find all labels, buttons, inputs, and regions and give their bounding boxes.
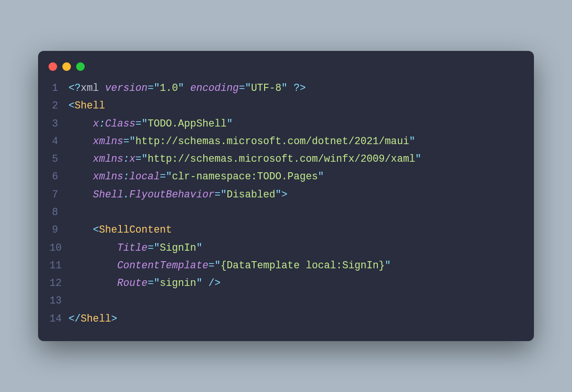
close-icon[interactable]	[49, 62, 57, 71]
code-editor[interactable]: 1 <?xml version="1.0" encoding="UTF-8" ?…	[38, 79, 534, 328]
line-number: 13	[49, 292, 69, 310]
line-content: Route="signin" />	[69, 274, 523, 292]
line-number: 1	[49, 79, 69, 97]
code-line: 13	[49, 292, 523, 310]
code-line: 2 <Shell	[49, 97, 523, 115]
code-line: 6 xmlns:local="clr-namespace:TODO.Pages"	[49, 168, 523, 186]
line-content	[69, 292, 523, 310]
line-content: ContentTemplate="{DataTemplate local:Sig…	[69, 257, 523, 274]
line-content: xmlns:x="http://schemas.microsoft.com/wi…	[69, 150, 523, 168]
line-content	[69, 204, 523, 221]
line-number: 11	[49, 257, 69, 274]
line-content: Title="SignIn"	[69, 239, 523, 257]
window-titlebar	[38, 60, 534, 79]
line-number: 9	[49, 221, 69, 239]
line-content: Shell.FlyoutBehavior="Disabled">	[69, 186, 523, 204]
code-line: 9 <ShellContent	[49, 221, 523, 239]
line-number: 10	[49, 239, 69, 257]
code-line: 8	[49, 204, 523, 221]
code-line: 3 x:Class="TODO.AppShell"	[49, 115, 523, 133]
code-line: 10 Title="SignIn"	[49, 239, 523, 257]
line-content: xmlns="http://schemas.microsoft.com/dotn…	[69, 133, 523, 150]
line-number: 14	[49, 310, 69, 328]
line-number: 7	[49, 186, 69, 204]
code-line: 4 xmlns="http://schemas.microsoft.com/do…	[49, 133, 523, 150]
line-number: 8	[49, 204, 69, 221]
line-content: xmlns:local="clr-namespace:TODO.Pages"	[69, 168, 523, 186]
code-line: 1 <?xml version="1.0" encoding="UTF-8" ?…	[49, 79, 523, 97]
code-line: 5 xmlns:x="http://schemas.microsoft.com/…	[49, 150, 523, 168]
line-content: </Shell>	[69, 310, 523, 328]
line-number: 3	[49, 115, 69, 133]
zoom-icon[interactable]	[76, 62, 85, 71]
code-window: 1 <?xml version="1.0" encoding="UTF-8" ?…	[38, 51, 534, 341]
line-content: <Shell	[69, 97, 523, 115]
minimize-icon[interactable]	[62, 62, 71, 71]
line-content: x:Class="TODO.AppShell"	[69, 115, 523, 133]
line-number: 12	[49, 274, 69, 292]
code-line: 11 ContentTemplate="{DataTemplate local:…	[49, 257, 523, 274]
line-content: <?xml version="1.0" encoding="UTF-8" ?>	[69, 79, 523, 97]
line-number: 2	[49, 97, 69, 115]
line-number: 6	[49, 168, 69, 186]
code-line: 7 Shell.FlyoutBehavior="Disabled">	[49, 186, 523, 204]
code-line: 14 </Shell>	[49, 310, 523, 328]
line-content: <ShellContent	[69, 221, 523, 239]
line-number: 5	[49, 150, 69, 168]
code-line: 12 Route="signin" />	[49, 274, 523, 292]
line-number: 4	[49, 133, 69, 150]
